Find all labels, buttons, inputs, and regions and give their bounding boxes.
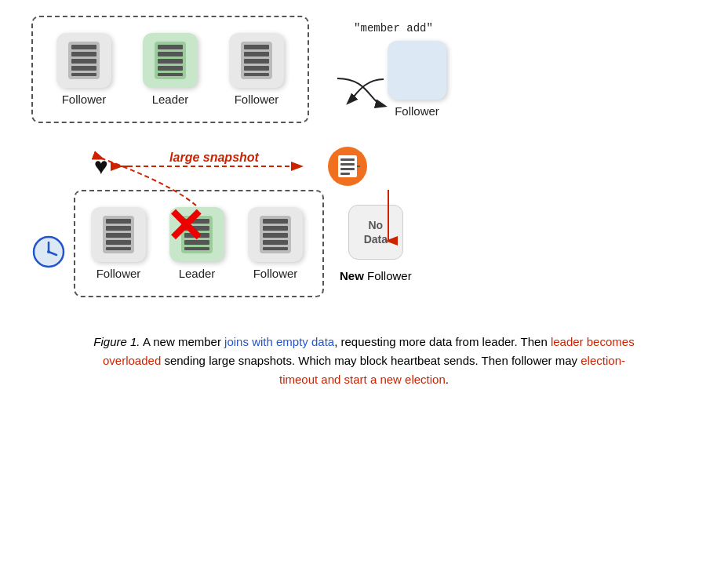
- svg-rect-4: [71, 66, 96, 71]
- caption-text2: , requesting more data from leader. Then: [334, 335, 551, 348]
- server-icon-leader: [151, 40, 189, 81]
- bottom-new-follower-label: New Follower: [340, 269, 412, 282]
- caption-text3: sending large snapshots. Which may block…: [161, 354, 581, 367]
- top-follower2-label: Follower: [235, 93, 279, 106]
- svg-rect-43: [263, 219, 288, 224]
- svg-rect-1: [71, 45, 96, 49]
- caption-text1: A new member: [143, 335, 224, 348]
- top-node-icon-follower1: [56, 33, 111, 88]
- new-rest: Follower: [364, 269, 412, 282]
- bottom-follower2-label: Follower: [253, 267, 298, 280]
- svg-rect-23: [340, 163, 355, 166]
- heart-icon: ♥: [94, 153, 108, 179]
- svg-rect-11: [158, 73, 183, 76]
- svg-rect-9: [158, 59, 183, 64]
- new-bold: New: [340, 269, 364, 282]
- caption: Figure 1. A new member joins with empty …: [89, 333, 639, 389]
- caption-blue1: joins with empty data: [224, 335, 334, 348]
- top-leader-label: Leader: [152, 93, 189, 106]
- caption-text4: .: [446, 373, 449, 386]
- top-arrow-svg: [340, 48, 388, 111]
- no-data-box: NoData: [348, 205, 403, 260]
- snapshot-arrow-svg: large snapshot: [120, 151, 316, 182]
- bottom-node-follower2: Follower: [248, 207, 303, 280]
- svg-text:large snapshot: large snapshot: [169, 151, 259, 164]
- top-node-follower1: Follower: [56, 33, 111, 106]
- top-cluster-box: Follower Leader: [31, 16, 309, 123]
- svg-rect-47: [263, 247, 288, 250]
- server-icon-1: [65, 40, 103, 81]
- snapshot-row: ♥ large snapshot: [94, 147, 697, 186]
- svg-rect-24: [340, 168, 355, 170]
- top-new-node-label: Follower: [395, 104, 439, 118]
- svg-rect-8: [158, 52, 183, 56]
- bottom-section: ♥ large snapshot: [31, 147, 697, 297]
- svg-rect-15: [244, 59, 269, 64]
- svg-rect-13: [244, 45, 269, 49]
- svg-rect-35: [106, 247, 131, 250]
- top-node-follower2: Follower: [229, 33, 284, 106]
- x-mark: ✕: [166, 203, 205, 250]
- top-follower1-label: Follower: [62, 93, 107, 106]
- top-node-leader: Leader: [143, 33, 198, 106]
- diagram-container: Follower Leader: [31, 16, 697, 389]
- svg-rect-3: [71, 59, 96, 64]
- svg-rect-16: [244, 66, 269, 71]
- top-node-icon-leader: [143, 33, 198, 88]
- svg-rect-7: [158, 45, 183, 49]
- svg-rect-14: [244, 52, 269, 56]
- top-new-node: Follower: [388, 41, 446, 118]
- bottom-follower1-label: Follower: [96, 267, 141, 280]
- snapshot-doc-icon: [335, 154, 360, 179]
- heart-area: ♥: [94, 153, 108, 180]
- svg-rect-44: [263, 226, 288, 231]
- svg-point-29: [47, 250, 50, 253]
- svg-rect-10: [158, 66, 183, 71]
- bottom-cluster-box: ✕ Follower: [74, 190, 324, 297]
- top-new-node-icon: [388, 41, 446, 100]
- server-icon-b1: [100, 214, 137, 255]
- svg-rect-25: [340, 173, 350, 175]
- svg-rect-17: [244, 73, 269, 76]
- svg-rect-5: [71, 73, 96, 76]
- svg-rect-22: [340, 158, 355, 161]
- figure-label: Figure 1.: [93, 335, 140, 348]
- bottom-node-icon-follower2: [248, 207, 303, 262]
- top-node-icon-follower2: [229, 33, 284, 88]
- svg-rect-34: [106, 240, 131, 245]
- snapshot-icon: [328, 147, 367, 186]
- svg-rect-33: [106, 233, 131, 238]
- svg-rect-31: [106, 219, 131, 224]
- bottom-node-icon-follower1: [91, 207, 146, 262]
- bottom-leader-label: Leader: [179, 267, 216, 280]
- svg-rect-32: [106, 226, 131, 231]
- clock-icon: [31, 235, 66, 269]
- bottom-node-follower1: Follower: [91, 207, 146, 280]
- bottom-new-node: NoData New Follower: [340, 205, 412, 282]
- clock-wrapper: [31, 215, 66, 272]
- member-add-label: "member add": [354, 22, 433, 35]
- bottom-cluster-row: ✕ Follower: [31, 190, 697, 297]
- top-section: Follower Leader: [31, 16, 697, 123]
- svg-rect-45: [263, 233, 288, 238]
- server-icon-b2: [257, 214, 294, 255]
- svg-rect-46: [263, 240, 288, 245]
- server-icon-2: [238, 40, 275, 81]
- svg-rect-2: [71, 52, 96, 56]
